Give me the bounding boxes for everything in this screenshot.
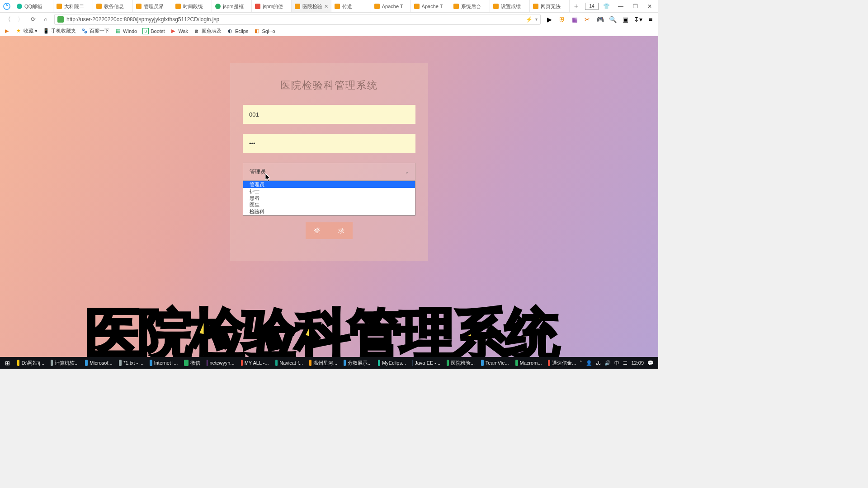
taskbar-item[interactable]: netcwyyh...: [204, 358, 237, 368]
taskbar-item[interactable]: 医院检验...: [444, 358, 477, 368]
role-option[interactable]: 患者: [243, 195, 415, 202]
taskbar-item[interactable]: Navicat f...: [273, 358, 306, 368]
url-dropdown-icon[interactable]: ▾: [535, 17, 538, 22]
url-box[interactable]: ⚡ ▾: [54, 14, 541, 25]
ext-shield-icon[interactable]: ⛨: [558, 15, 566, 23]
taskbar-item[interactable]: *1.txt - ...: [116, 358, 146, 368]
ext-apps-icon[interactable]: ▣: [621, 15, 629, 23]
taskbar-item[interactable]: Java EE -...: [410, 358, 443, 368]
tab-label: 教务信息: [104, 3, 124, 10]
taskbar-item-icon: [17, 360, 20, 366]
ext-scissors-icon[interactable]: ✂: [583, 15, 591, 23]
browser-tab[interactable]: 设置成绩: [490, 0, 530, 12]
nav-back[interactable]: 〈: [4, 15, 12, 23]
taskbar-item[interactable]: MyEclips...: [375, 358, 409, 368]
bookmark-item[interactable]: ▦Windo: [115, 28, 137, 34]
browser-app-icon[interactable]: [0, 0, 14, 12]
tab-favicon: [334, 3, 340, 9]
taskbar-item[interactable]: 通达信金...: [545, 358, 579, 368]
taskbar-item[interactable]: Macrom...: [513, 358, 545, 368]
tray-volume-icon[interactable]: 🔊: [604, 360, 611, 366]
bookmark-item[interactable]: 📱手机收藏夹: [43, 28, 76, 34]
role-option[interactable]: 护士: [243, 188, 415, 195]
nav-reload[interactable]: ⟳: [29, 15, 37, 23]
bookmark-play-icon[interactable]: ▶: [4, 28, 10, 34]
chevron-down-icon: ⌄: [405, 169, 409, 174]
role-option[interactable]: 医生: [243, 202, 415, 208]
taskbar-item-label: 温州星河...: [313, 360, 337, 366]
windows-taskbar: ⊞ D:\网站\j...计算机软...Microsof...*1.txt - .…: [0, 357, 658, 369]
browser-tab[interactable]: Apache T: [371, 0, 411, 12]
window-restore[interactable]: ❐: [628, 0, 642, 13]
tray-people-icon[interactable]: 👤: [586, 360, 592, 366]
bookmark-item[interactable]: ▶Wak: [170, 28, 188, 34]
tray-notifications-icon[interactable]: 💬: [647, 360, 654, 366]
browser-tab[interactable]: 大科院二: [53, 0, 93, 12]
tab-favicon: [96, 3, 102, 9]
role-select-box[interactable]: 管理员 ⌄: [243, 163, 415, 181]
nav-home[interactable]: ⌂: [42, 15, 50, 23]
tray-extra-icon[interactable]: ☰: [623, 360, 627, 366]
window-close[interactable]: ✕: [643, 0, 656, 13]
bookmark-item[interactable]: ◧Sql--o: [254, 28, 275, 34]
tab-close-icon[interactable]: ✕: [324, 4, 328, 9]
browser-tab[interactable]: 管理员界: [133, 0, 173, 12]
system-tray: ˄ 👤 🖧 🔊 中 ☰ 12:09 💬: [580, 360, 656, 366]
site-security-icon[interactable]: [57, 16, 64, 23]
download-icon[interactable]: ↧▾: [634, 15, 642, 23]
taskbar-item-label: 计算机软...: [55, 360, 79, 366]
tray-clock[interactable]: 12:09: [631, 360, 644, 366]
flash-icon[interactable]: ⚡: [526, 16, 533, 23]
ext-grid-icon[interactable]: ▦: [571, 15, 579, 23]
bookmark-item[interactable]: ★收藏 ▾: [15, 28, 38, 34]
taskbar-item[interactable]: TeamVie...: [478, 358, 511, 368]
main-menu-icon[interactable]: ≡: [646, 15, 655, 23]
ext-game-icon[interactable]: 🎮: [596, 15, 604, 23]
bookmark-item[interactable]: BBootst: [142, 28, 165, 34]
role-option[interactable]: 检验科: [243, 208, 415, 215]
new-tab-button[interactable]: +: [570, 0, 583, 13]
role-select[interactable]: 管理员 ⌄ 管理员护士患者医生检验科: [243, 163, 415, 181]
taskbar-item-label: D:\网站\j...: [21, 360, 44, 366]
taskbar-item[interactable]: D:\网站\j...: [14, 358, 47, 368]
browser-tab[interactable]: 教务信息: [93, 0, 133, 12]
url-input[interactable]: [66, 16, 523, 23]
browser-tab[interactable]: jspm是框: [212, 0, 252, 12]
taskbar-item[interactable]: 温州星河...: [307, 358, 340, 368]
taskbar-item-label: 微信: [190, 360, 200, 366]
bookmark-item[interactable]: ◐Eclips: [227, 28, 248, 34]
start-button[interactable]: ⊞: [2, 357, 14, 369]
browser-tab[interactable]: QQ邮箱: [14, 0, 53, 12]
browser-tab[interactable]: 传道: [331, 0, 371, 12]
tab-count-badge[interactable]: 14: [585, 3, 599, 10]
browser-tab[interactable]: 网页无法: [530, 0, 570, 12]
taskbar-item[interactable]: MY ALL -...: [238, 358, 272, 368]
taskbar-item[interactable]: Internet I...: [147, 358, 180, 368]
bookmark-item[interactable]: 🗎颜色表及: [193, 28, 222, 34]
browser-tab[interactable]: 时间段统: [172, 0, 212, 12]
taskbar-item-label: 分权展示...: [348, 360, 372, 366]
tray-network-icon[interactable]: 🖧: [596, 360, 601, 366]
toolbar-extensions: ▶ ⛨ ▦ ✂ 🎮 🔍 ▣ ↧▾ ≡: [545, 15, 655, 23]
taskbar-item[interactable]: 微信: [181, 358, 203, 368]
window-minimize[interactable]: ―: [614, 0, 627, 13]
role-option[interactable]: 管理员: [243, 181, 415, 188]
browser-tab[interactable]: jspm的使: [252, 0, 292, 12]
login-button[interactable]: 登 录: [306, 222, 353, 239]
login-card: 医院检验科管理系统 管理员 ⌄ 管理员护士患者医生检验科 登 录: [230, 63, 428, 261]
browser-tab[interactable]: 医院检验科✕: [292, 0, 331, 12]
ext-search-icon[interactable]: 🔍: [609, 15, 617, 23]
tray-ime-indicator[interactable]: 中: [614, 360, 619, 366]
skin-icon[interactable]: 👕: [599, 0, 613, 13]
taskbar-item[interactable]: 计算机软...: [48, 358, 81, 368]
browser-tab[interactable]: 系统后台: [450, 0, 490, 12]
username-input[interactable]: [243, 105, 415, 124]
taskbar-item[interactable]: 分权展示...: [341, 358, 374, 368]
bookmark-item[interactable]: 🐾百度一下: [81, 28, 109, 34]
tray-chevron-up-icon[interactable]: ˄: [580, 360, 582, 366]
password-input[interactable]: [243, 134, 415, 153]
tab-favicon: [16, 3, 23, 9]
ext-video-icon[interactable]: ▶: [545, 15, 553, 23]
taskbar-item[interactable]: Microsof...: [82, 358, 115, 368]
browser-tab[interactable]: Apache T: [411, 0, 451, 12]
